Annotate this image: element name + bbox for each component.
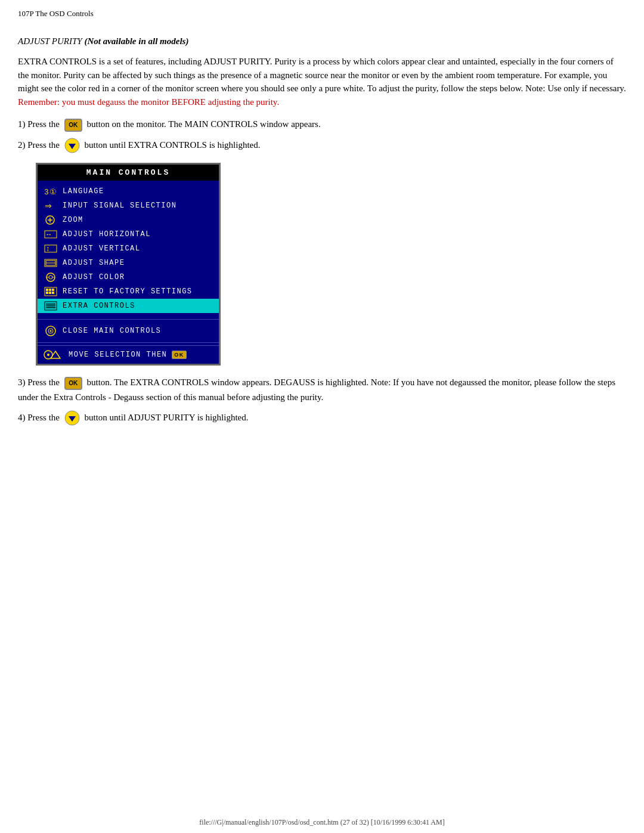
bottom-move-label: MOVE SELECTION THEN <box>69 351 167 359</box>
svg-rect-21 <box>52 289 54 291</box>
svg-point-31 <box>50 330 52 332</box>
extra-icon <box>44 300 58 312</box>
svg-text:↔: ↔ <box>45 230 54 239</box>
body-main-text: EXTRA CONTROLS is a set of features, inc… <box>18 57 626 93</box>
input-label: INPUT SIGNAL SELECTION <box>63 202 177 210</box>
ok-button-inline-3: OK <box>64 377 82 390</box>
vert-icon: ↕ <box>44 243 58 255</box>
footer-text: file:///G|/manual/english/107P/osd/osd_c… <box>199 818 444 826</box>
step4-post: button until ADJUST PURITY is highlighte… <box>85 413 249 422</box>
section-title: ADJUST PURITY (Not available in all mode… <box>18 36 626 47</box>
osd-menu: 3① LANGUAGE ⇒ INPUT SIGNAL SELECTION <box>38 181 219 317</box>
close-icon <box>44 325 58 337</box>
svg-text:⇒: ⇒ <box>45 201 53 210</box>
step1-pre: 1) Press the <box>18 119 60 129</box>
step4-pre: 4) Press the <box>18 413 60 422</box>
osd-item-language: 3① LANGUAGE <box>38 184 219 199</box>
page-footer: file:///G|/manual/english/107P/osd/osd_c… <box>0 818 644 827</box>
bottom-icons <box>44 349 63 361</box>
step2-post: button until EXTRA CONTROLS is highlight… <box>85 140 261 150</box>
osd-screen: MAIN CONTROLS 3① LANGUAGE ⇒ INPUT SIGNAL… <box>36 163 221 366</box>
zoom-icon <box>44 214 58 226</box>
step-1: 1) Press the OK button on the monitor. T… <box>18 117 626 132</box>
red-warning-text: Remember: you must degauss the monitor B… <box>18 97 279 107</box>
svg-text:3①: 3① <box>44 188 57 197</box>
step2-pre: 2) Press the <box>18 140 60 150</box>
shape-label: ADJUST SHAPE <box>63 259 125 267</box>
step1-post: button on the monitor. The MAIN CONTROLS… <box>87 119 321 129</box>
ok-button-inline: OK <box>64 119 82 132</box>
down-button-inline-4 <box>64 410 80 426</box>
svg-rect-23 <box>49 292 51 294</box>
bottom-ok-icon: OK <box>172 351 187 359</box>
color-icon <box>44 271 58 283</box>
osd-title-text: MAIN CONTROLS <box>86 168 170 177</box>
osd-divider-1 <box>38 319 219 320</box>
language-label: LANGUAGE <box>63 187 104 196</box>
svg-point-15 <box>49 275 52 279</box>
osd-bottom-bar: MOVE SELECTION THEN OK <box>38 345 219 364</box>
step-2: 2) Press the button until EXTRA CONTROLS… <box>18 138 626 154</box>
horiz-icon: ↔ <box>44 228 58 240</box>
osd-close-section: CLOSE MAIN CONTROLS <box>38 322 219 340</box>
vert-label: ADJUST VERTICAL <box>63 244 141 253</box>
osd-item-vert: ↕ ADJUST VERTICAL <box>38 241 219 256</box>
osd-item-color: ADJUST COLOR <box>38 270 219 284</box>
svg-point-33 <box>47 354 49 356</box>
title-italic: ADJUST PURITY <box>18 36 84 46</box>
osd-divider-2 <box>38 342 219 343</box>
osd-item-reset: RESET TO FACTORY SETTINGS <box>38 284 219 299</box>
down-button-inline-2 <box>64 138 80 153</box>
extra-label: EXTRA CONTROLS <box>63 302 135 310</box>
title-bold: (Not available in all models) <box>84 36 188 46</box>
osd-item-input: ⇒ INPUT SIGNAL SELECTION <box>38 199 219 213</box>
reset-icon <box>44 286 58 298</box>
language-icon: 3① <box>44 185 58 197</box>
reset-label: RESET TO FACTORY SETTINGS <box>63 287 193 296</box>
color-label: ADJUST COLOR <box>63 273 125 281</box>
step3-pre: 3) Press the <box>18 377 60 387</box>
ok-icon-small: OK <box>172 351 187 359</box>
step-3: 3) Press the OK button. The EXTRA CONTRO… <box>18 375 626 404</box>
shape-icon <box>44 257 58 269</box>
osd-item-shape: ADJUST SHAPE <box>38 256 219 270</box>
ok-label-3: OK <box>69 379 78 388</box>
step3-post: button. The EXTRA CONTROLS window appear… <box>18 377 615 402</box>
osd-item-zoom: ZOOM <box>38 213 219 227</box>
header-title: 107P The OSD Controls <box>18 9 94 18</box>
osd-item-extra: EXTRA CONTROLS <box>38 299 219 313</box>
step-4: 4) Press the button until ADJUST PURITY … <box>18 410 626 426</box>
horiz-label: ADJUST HORIZONTAL <box>63 230 151 239</box>
input-icon: ⇒ <box>44 200 58 212</box>
body-paragraph: EXTRA CONTROLS is a set of features, inc… <box>18 55 626 109</box>
osd-item-horiz: ↔ ADJUST HORIZONTAL <box>38 227 219 241</box>
zoom-label: ZOOM <box>63 216 83 224</box>
svg-rect-20 <box>49 289 51 291</box>
svg-text:↕: ↕ <box>46 244 51 253</box>
ok-label: OK <box>69 120 78 130</box>
close-label: CLOSE MAIN CONTROLS <box>63 327 161 335</box>
osd-title-bar: MAIN CONTROLS <box>38 165 219 181</box>
page-header: 107P The OSD Controls <box>18 6 626 18</box>
svg-rect-19 <box>46 289 48 291</box>
svg-rect-24 <box>52 292 54 294</box>
svg-rect-22 <box>46 292 48 294</box>
